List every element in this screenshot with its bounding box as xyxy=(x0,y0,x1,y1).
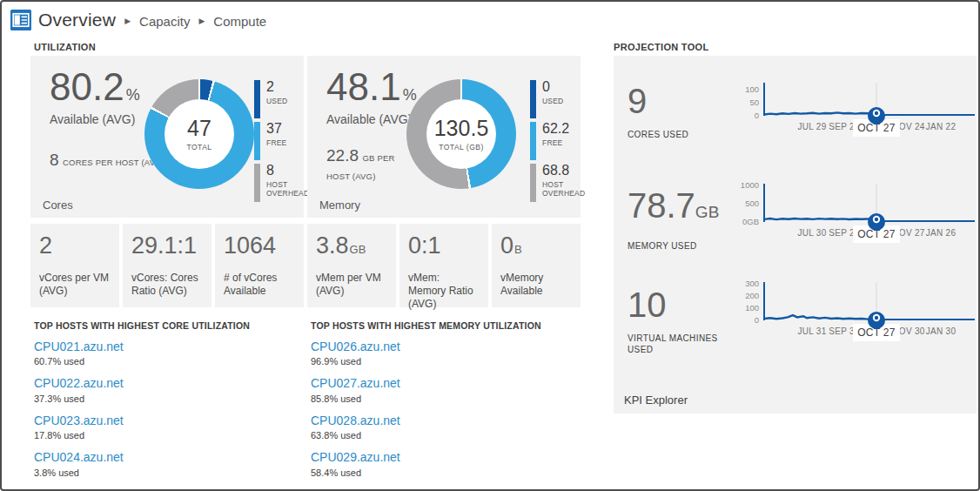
percent-unit: % xyxy=(403,86,417,104)
kpi-label: CORES USED xyxy=(628,129,741,140)
host-list-item: CPU029.azu.net58.4% used xyxy=(311,451,572,477)
y-axis-label: 100 xyxy=(745,84,759,94)
cores-legend: 2USED37FREE8HOST OVERHEAD xyxy=(254,80,310,205)
cores-total-label: TOTAL xyxy=(186,143,211,151)
memory-total-label: TOTAL (GB) xyxy=(439,143,484,151)
dashboard-icon xyxy=(10,10,31,30)
memory-legend: 0USED62.2FREE68.8HOST OVERHEAD xyxy=(530,80,586,205)
host-link[interactable]: CPU030.azu.net xyxy=(311,488,572,491)
x-axis-label: JAN 22 xyxy=(926,122,957,131)
legend-value: 0 xyxy=(542,80,586,95)
host-link[interactable]: CPU026.azu.net xyxy=(311,340,572,353)
legend-label: USED xyxy=(266,97,310,106)
legend-item: 37FREE xyxy=(254,122,310,160)
utilization-section-title: UTILIZATION xyxy=(34,42,96,52)
x-axis-label: JAN 30 xyxy=(926,326,957,336)
legend-label: USED xyxy=(542,97,586,106)
projection-chart: 100500JUL 29SEP 26NOV 24JAN 22OCT 27 xyxy=(725,76,976,150)
legend-item: 2USED xyxy=(254,80,310,118)
cores-available-pct: 80.2 xyxy=(50,65,124,108)
stat-label: vMem per VM (AVG) xyxy=(316,272,387,298)
stat-label: vCores: Cores Ratio (AVG) xyxy=(131,272,203,298)
memory-utilization-card: 48.1% Available (AVG) 22.8 GB PER HOST (… xyxy=(307,56,581,218)
projection-chart: 3002001000JUL 31SEP 30NOV 30JAN 30OCT 27 xyxy=(725,280,976,354)
host-list-item: CPU024.azu.net3.8% used xyxy=(34,451,295,477)
cores-utilization-card: 80.2% Available (AVG) 8 CORES PER HOST (… xyxy=(30,56,304,218)
host-link[interactable]: CPU023.azu.net xyxy=(34,414,295,427)
stat-value: 0B xyxy=(500,234,572,258)
breadcrumb-compute[interactable]: Compute xyxy=(213,14,266,29)
x-axis-label: JUL 30 xyxy=(797,228,826,238)
host-link[interactable]: CPU028.azu.net xyxy=(311,414,572,427)
stat-value: 0:1 xyxy=(408,234,480,258)
kpi-label: MEMORY USED xyxy=(628,240,741,252)
legend-item: 68.8HOST OVERHEAD xyxy=(530,164,586,202)
usage-line xyxy=(764,219,876,219)
memory-available-label: Available (AVG) xyxy=(326,112,420,126)
breadcrumb-separator-icon: ▶ xyxy=(124,17,131,25)
legend-value: 68.8 xyxy=(542,164,586,178)
top-core-hosts: TOP HOSTS WITH HIGHEST CORE UTILIZATION … xyxy=(34,320,295,491)
projection-section-title: PROJECTION TOOL xyxy=(614,42,708,52)
breadcrumb: Overview ▶ Capacity ▶ Compute xyxy=(10,10,266,30)
stat-tile: 3.8GBvMem per VM (AVG) xyxy=(307,224,396,307)
timeline-slider-handle[interactable] xyxy=(868,213,885,231)
cores-per-host-label: CORES PER HOST (AVG) xyxy=(63,158,164,167)
timeline-slider-handle[interactable] xyxy=(868,312,885,329)
host-list-item: CPU022.azu.net37.3% used xyxy=(34,377,295,403)
y-axis-label: 50 xyxy=(749,98,759,107)
y-axis-label: 1000 xyxy=(741,180,759,190)
stat-label: vMemory Available xyxy=(500,272,572,298)
stat-label: # of vCores Available xyxy=(224,272,295,298)
stat-label: vMem: Memory Ratio (AVG) xyxy=(408,272,480,311)
y-axis-label: 0 xyxy=(755,111,759,120)
page-title[interactable]: Overview xyxy=(38,10,116,30)
y-axis-label: 0GB xyxy=(742,217,759,226)
timeline-slider-handle[interactable] xyxy=(868,107,885,124)
host-link[interactable]: CPU021.azu.net xyxy=(34,340,295,353)
stat-tile: 1064# of vCores Available xyxy=(215,224,304,307)
projection-kpi: 78.7GBMEMORY USED xyxy=(628,186,741,252)
legend-value: 2 xyxy=(266,80,310,95)
host-used-label: 96.9% used xyxy=(311,356,572,367)
stat-tile: 0:1vMem: Memory Ratio (AVG) xyxy=(399,224,488,307)
host-list-item: CPU030.azu.net17.1% used xyxy=(311,488,572,491)
host-used-label: 37.3% used xyxy=(34,393,295,404)
usage-line xyxy=(764,315,876,319)
host-list-item: CPU027.azu.net85.8% used xyxy=(311,377,572,403)
host-link[interactable]: CPU022.azu.net xyxy=(34,377,295,390)
projection-tool-card: 9CORES USED100500JUL 29SEP 26NOV 24JAN 2… xyxy=(614,56,977,414)
x-axis-label: JAN 26 xyxy=(926,228,957,238)
legend-swatch xyxy=(530,122,536,160)
breadcrumb-capacity[interactable]: Capacity xyxy=(139,14,190,29)
legend-item: 62.2FREE xyxy=(530,122,586,160)
top-core-hosts-title: TOP HOSTS WITH HIGHEST CORE UTILIZATION xyxy=(34,320,295,331)
cores-card-label: Cores xyxy=(43,198,73,212)
host-link[interactable]: CPU029.azu.net xyxy=(311,451,572,464)
y-axis-label: 0 xyxy=(755,315,759,325)
kpi-explorer-link[interactable]: KPI Explorer xyxy=(624,393,688,407)
host-link[interactable]: CPU025.azu.net xyxy=(34,488,295,491)
x-axis-label: JUL 31 xyxy=(797,326,826,336)
host-link[interactable]: CPU027.azu.net xyxy=(311,377,572,390)
cores-per-host-value: 8 xyxy=(50,151,59,169)
memory-available-pct: 48.1 xyxy=(326,65,401,108)
cores-donut-center: 47 TOTAL xyxy=(164,99,234,169)
legend-value: 8 xyxy=(266,164,310,178)
memory-donut-chart: 130.5 TOTAL (GB) xyxy=(406,79,516,189)
host-list-item: CPU026.azu.net96.9% used xyxy=(311,340,572,367)
dashboard-root: Overview ▶ Capacity ▶ Compute UTILIZATIO… xyxy=(0,0,980,491)
host-used-label: 17.8% used xyxy=(34,430,295,441)
memory-total-value: 130.5 xyxy=(434,118,489,139)
legend-swatch xyxy=(254,122,260,160)
stat-label: vCores per VM (AVG) xyxy=(39,272,111,298)
host-used-label: 3.8% used xyxy=(34,467,295,478)
y-axis-label: 300 xyxy=(745,279,759,288)
host-used-label: 60.7% used xyxy=(34,356,295,367)
host-used-label: 85.8% used xyxy=(311,393,572,404)
host-link[interactable]: CPU024.azu.net xyxy=(34,451,295,464)
y-axis-label: 100 xyxy=(745,303,759,313)
legend-item: 0USED xyxy=(530,80,586,118)
kpi-value: 10 xyxy=(628,286,741,324)
kpi-value: 9 xyxy=(628,82,741,120)
